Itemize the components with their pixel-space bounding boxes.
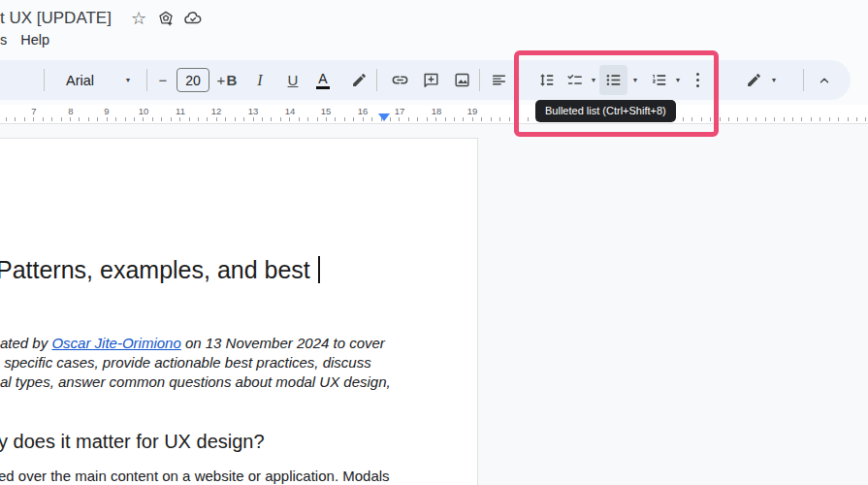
- checklist-caret-icon[interactable]: ▼: [587, 60, 600, 100]
- doc-line[interactable]: al types, answer common questions about …: [0, 372, 391, 392]
- doc-line[interactable]: ated by Oscar Jite-Orimiono on 13 Novemb…: [0, 334, 391, 353]
- document-title[interactable]: t UX [UPDATE]: [0, 9, 112, 28]
- editing-mode-caret-icon[interactable]: ▼: [767, 60, 781, 100]
- font-size-input[interactable]: 20: [177, 68, 209, 92]
- ruler-mark: 15: [321, 106, 332, 116]
- text-color-button[interactable]: A: [311, 60, 335, 100]
- google-docs-window: { "window": { "title_partial": "t UX [UP…: [0, 0, 868, 485]
- ruler-mark: 11: [176, 106, 185, 116]
- checklist-icon[interactable]: [562, 60, 587, 100]
- highlight-color-icon[interactable]: [347, 60, 370, 100]
- document-status-cloud-icon[interactable]: [182, 8, 204, 29]
- menu-item-partial[interactable]: s: [0, 32, 7, 49]
- font-family-select[interactable]: Arial: [53, 60, 107, 100]
- menu-item-help[interactable]: Help: [20, 32, 49, 49]
- document-canvas: Patterns, examples, and best ated by Osc…: [0, 124, 868, 485]
- label-plus-icon[interactable]: [155, 8, 177, 29]
- numbered-list-icon[interactable]: [646, 60, 671, 100]
- ruler-mark: 12: [211, 106, 222, 116]
- ruler-mark: 14: [285, 106, 296, 116]
- text-cursor: [318, 256, 320, 283]
- ruler-mark: 19: [467, 106, 478, 116]
- ruler-mark: 16: [358, 106, 369, 116]
- ruler[interactable]: 7 8 9 10 11 12 13 14 15 16 17 18 19: [0, 105, 868, 123]
- separator: [146, 69, 147, 91]
- author-link[interactable]: Oscar Jite-Orimiono: [51, 335, 180, 351]
- separator: [376, 69, 377, 91]
- ruler-mark: 9: [104, 106, 109, 116]
- separator: [479, 69, 480, 91]
- decrease-font-size-button[interactable]: −: [151, 60, 175, 100]
- more-options-icon[interactable]: [689, 60, 706, 100]
- bold-button[interactable]: B: [220, 60, 243, 100]
- star-icon[interactable]: ☆: [128, 8, 149, 29]
- font-family-caret-icon[interactable]: ▼: [121, 60, 135, 100]
- underline-button[interactable]: U: [281, 60, 305, 100]
- separator: [803, 69, 804, 91]
- ruler-ticks: [0, 117, 868, 121]
- bulleted-list-tooltip: Bulleted list (Ctrl+Shift+8): [535, 100, 676, 122]
- doc-heading-1[interactable]: Patterns, examples, and best: [0, 256, 320, 284]
- ruler-mark: 13: [248, 106, 259, 116]
- indent-marker-icon[interactable]: [378, 113, 390, 121]
- bulleted-list-caret-icon[interactable]: ▼: [628, 60, 642, 100]
- doc-heading-2[interactable]: y does it matter for UX design?: [0, 431, 265, 453]
- insert-link-icon[interactable]: [387, 60, 412, 100]
- separator: [44, 69, 45, 91]
- doc-body-line[interactable]: ed over the main content on a website or…: [0, 468, 390, 484]
- ruler-mark: 7: [31, 106, 36, 116]
- italic-button[interactable]: I: [248, 60, 272, 100]
- ruler-mark: 8: [68, 106, 73, 116]
- align-caret-icon[interactable]: ▼: [510, 60, 524, 100]
- insert-image-icon[interactable]: [449, 60, 474, 100]
- add-comment-icon[interactable]: [418, 60, 443, 100]
- doc-paragraph[interactable]: ated by Oscar Jite-Orimiono on 13 Novemb…: [0, 334, 391, 392]
- align-left-icon[interactable]: [487, 60, 510, 100]
- ruler-mark: 17: [395, 106, 405, 116]
- doc-line[interactable]: specific cases, provide actionable best …: [0, 353, 391, 372]
- collapse-menus-icon[interactable]: [813, 60, 836, 100]
- numbered-list-caret-icon[interactable]: ▼: [671, 60, 685, 100]
- titlebar: t UX [UPDATE]: [0, 6, 112, 31]
- toolbar: Arial ▼ − 20 + B I U A ▼: [0, 60, 851, 100]
- ruler-mark: 18: [432, 106, 442, 116]
- menu-bar: s Help: [0, 32, 49, 49]
- editing-mode-pen-icon[interactable]: [742, 60, 765, 100]
- line-spacing-icon[interactable]: [533, 60, 559, 100]
- bulleted-list-button[interactable]: [599, 65, 627, 95]
- ruler-mark: 10: [139, 106, 149, 116]
